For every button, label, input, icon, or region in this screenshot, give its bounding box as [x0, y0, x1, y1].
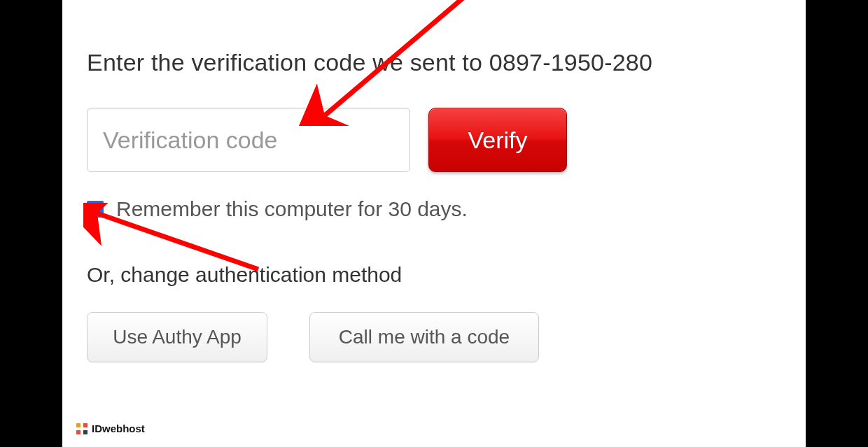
verify-button[interactable]: Verify	[428, 108, 567, 172]
svg-line-1	[97, 213, 258, 269]
brand-logo: IDwebhost	[76, 423, 145, 434]
verification-code-input[interactable]	[87, 108, 410, 172]
use-authy-button[interactable]: Use Authy App	[87, 312, 267, 362]
verification-panel: Enter the verification code we sent to 0…	[62, 0, 806, 447]
verify-row: Verify	[87, 108, 781, 172]
logo-text: IDwebhost	[92, 423, 145, 434]
remember-label: Remember this computer for 30 days.	[116, 197, 468, 221]
call-me-button[interactable]: Call me with a code	[309, 312, 539, 362]
remember-checkbox[interactable]	[87, 201, 104, 218]
page-title: Enter the verification code we sent to 0…	[87, 49, 781, 76]
alt-method-row: Use Authy App Call me with a code	[87, 312, 781, 362]
logo-icon	[76, 423, 88, 434]
remember-row: Remember this computer for 30 days.	[87, 197, 781, 221]
change-method-heading: Or, change authentication method	[87, 263, 781, 287]
